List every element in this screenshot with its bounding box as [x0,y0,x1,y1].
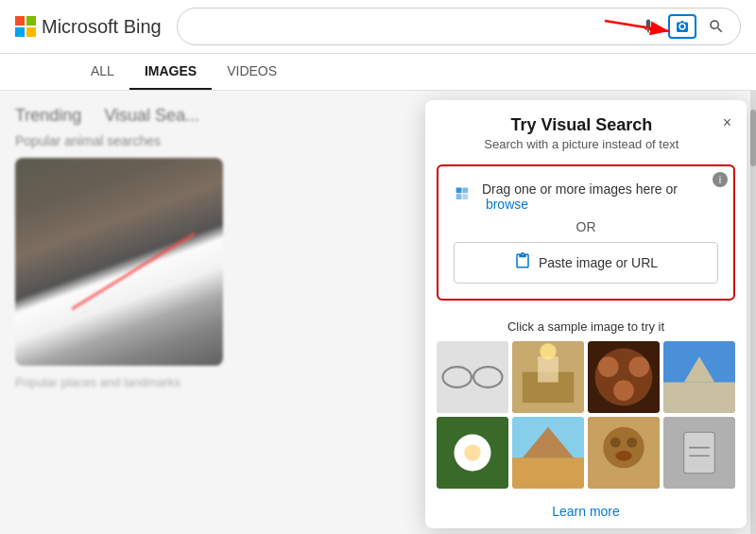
animal-searches-label: Popular animal searches [15,133,344,148]
tab-images[interactable]: IMAGES [129,54,212,90]
visual-search-button[interactable] [668,14,696,39]
sample-image-dining-room[interactable] [512,341,584,413]
svg-rect-26 [512,457,584,489]
drop-zone[interactable]: Drag one or more images here or browse i… [437,164,735,301]
popup-subtitle: Search with a picture instead of text [440,137,723,151]
close-button[interactable]: × [723,115,731,130]
logo-square-blue [15,27,25,37]
sample-section: Click a sample image to try it [425,310,747,498]
dog-image [15,158,223,366]
svg-point-24 [464,444,480,460]
svg-rect-21 [663,382,735,413]
svg-rect-6 [462,194,468,199]
trending-heading: Trending Visual Sea... [15,106,344,126]
learn-more-link[interactable]: Learn more [425,504,747,519]
paste-icon [514,252,531,273]
popup-header: Try Visual Search Search with a picture … [425,100,747,155]
drag-text: Drag one or more images here or browse [482,181,718,212]
bing-logo: Microsoft Bing [15,16,162,38]
bing-logo-text: Microsoft Bing [42,16,162,38]
paste-label: Paste image or URL [539,255,658,270]
search-button[interactable] [706,16,727,37]
header: Microsoft Bing [0,0,756,54]
visual-search-popup: Try Visual Search Search with a picture … [425,100,747,528]
tab-videos[interactable]: VIDEOS [212,54,292,90]
sample-image-glasses[interactable] [437,341,508,413]
sample-image-harbor[interactable] [663,341,735,413]
svg-point-14 [540,343,556,359]
svg-point-32 [615,451,631,461]
bing-logo-squares [15,16,36,37]
logo-square-green [26,16,36,26]
logo-square-yellow [26,27,36,37]
sample-image-flower[interactable] [437,417,508,489]
or-divider: OR [454,219,718,234]
svg-rect-3 [456,187,462,193]
sample-image-pyramid[interactable] [512,417,584,489]
paste-image-url-button[interactable]: Paste image or URL [454,242,718,284]
bg-left-panel: Trending Visual Sea... Popular animal se… [0,91,359,405]
tab-all[interactable]: ALL [76,54,129,90]
visual-search-label: Visual Sea... [104,106,199,126]
sample-image-metal-object[interactable] [663,417,735,489]
svg-point-30 [610,438,621,448]
nav-tabs: ALL IMAGES VIDEOS [0,54,756,91]
sample-image-coffee[interactable] [588,341,660,413]
svg-rect-13 [538,356,558,382]
popup-title: Try Visual Search [440,115,723,135]
search-bar [177,8,741,45]
bg-bottom-text: Popular places and landmarks [15,375,344,389]
search-icons [638,14,727,39]
info-icon[interactable]: i [713,172,728,187]
browse-link[interactable]: browse [486,197,528,212]
drop-area: Drag one or more images here or browse [454,181,718,212]
drag-label: Drag one or more images here or [482,181,678,197]
microphone-button[interactable] [638,16,659,37]
scrollbar-thumb[interactable] [750,110,756,166]
svg-point-29 [603,427,644,468]
logo-square-red [15,16,25,26]
svg-rect-4 [462,187,468,193]
svg-point-17 [598,356,619,377]
svg-point-18 [628,356,649,377]
svg-rect-34 [684,432,715,473]
svg-rect-5 [456,194,462,199]
svg-point-19 [613,380,634,401]
svg-point-31 [627,438,637,448]
scrollbar-track [750,91,756,534]
sample-image-grid [437,341,735,489]
search-input[interactable] [191,18,638,35]
popup-title-area: Try Visual Search Search with a picture … [440,115,723,151]
main-content: Trending Visual Sea... Popular animal se… [0,91,756,534]
sample-image-dog[interactable] [588,417,660,489]
sample-label: Click a sample image to try it [437,319,735,334]
trending-label: Trending [15,106,81,126]
drag-icon [454,185,474,209]
